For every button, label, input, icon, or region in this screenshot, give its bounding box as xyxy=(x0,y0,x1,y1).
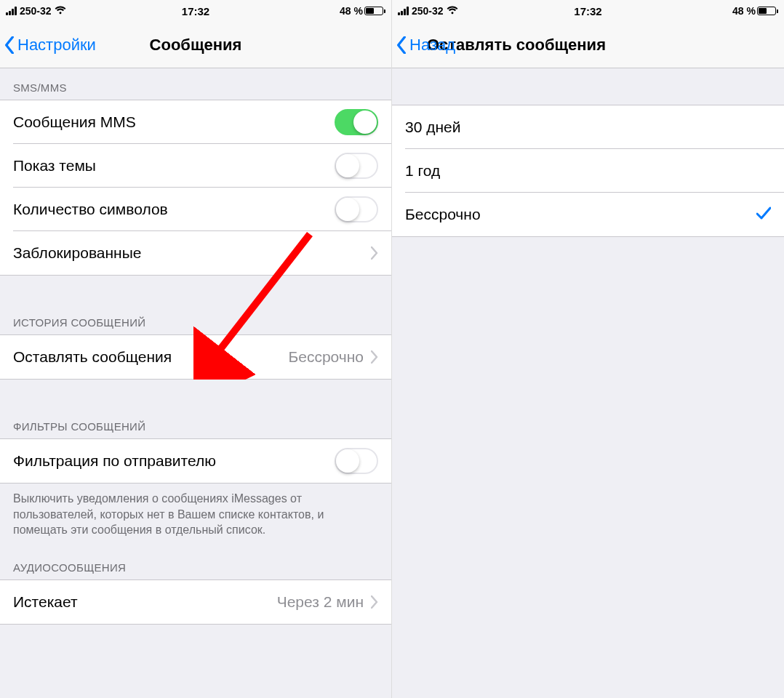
row-filter-sender[interactable]: Фильтрация по отправителю xyxy=(0,439,391,483)
toggle-subject[interactable] xyxy=(335,153,378,179)
chevron-right-icon xyxy=(371,350,378,364)
section-header-audio: АУДИОСООБЩЕНИЯ xyxy=(0,544,391,579)
row-label: Заблокированные xyxy=(13,244,371,262)
row-label: Количество символов xyxy=(13,201,335,218)
row-blocked[interactable]: Заблокированные xyxy=(0,231,391,275)
battery-icon xyxy=(364,7,385,15)
clock: 17:32 xyxy=(182,5,209,17)
option-label: Бессрочно xyxy=(405,206,756,223)
section-header-sms: SMS/MMS xyxy=(0,68,391,100)
carrier-label: 250-32 xyxy=(412,5,444,17)
chevron-right-icon xyxy=(371,595,378,609)
row-value: Через 2 мин xyxy=(277,593,364,611)
status-bar: 250-32 17:32 48 % xyxy=(392,0,784,22)
nav-bar: Назад Оставлять сообщения xyxy=(392,22,784,68)
carrier-label: 250-32 xyxy=(20,5,52,17)
section-header-history: ИСТОРИЯ СООБЩЕНИЙ xyxy=(0,276,391,334)
back-button[interactable]: Настройки xyxy=(4,36,96,55)
wifi-icon xyxy=(447,5,458,17)
row-charcount[interactable]: Количество символов xyxy=(0,188,391,231)
chevron-right-icon xyxy=(371,246,378,260)
toggle-charcount[interactable] xyxy=(335,196,378,222)
settings-messages-screen: 250-32 17:32 48 % Настройки Сообщения SM… xyxy=(0,0,392,698)
nav-bar: Настройки Сообщения xyxy=(0,22,391,68)
toggle-mms[interactable] xyxy=(335,109,378,135)
option-30-days[interactable]: 30 дней xyxy=(392,105,784,149)
sms-group: Сообщения MMS Показ темы Количество симв… xyxy=(0,100,391,276)
row-label: Фильтрация по отправителю xyxy=(13,452,335,470)
row-label: Сообщения MMS xyxy=(13,113,335,131)
signal-icon xyxy=(6,7,17,15)
checkmark-icon xyxy=(756,206,771,223)
option-1-year[interactable]: 1 год xyxy=(392,149,784,193)
back-label: Настройки xyxy=(17,36,96,55)
options-group: 30 дней 1 год Бессрочно xyxy=(392,105,784,237)
filter-group: Фильтрация по отправителю xyxy=(0,438,391,484)
history-group: Оставлять сообщения Бессрочно xyxy=(0,334,391,380)
row-expire[interactable]: Истекает Через 2 мин xyxy=(0,580,391,624)
option-label: 1 год xyxy=(405,162,771,180)
row-label: Истекает xyxy=(13,593,277,611)
row-subject[interactable]: Показ темы xyxy=(0,144,391,188)
clock: 17:32 xyxy=(574,5,601,17)
row-label: Оставлять сообщения xyxy=(13,348,288,366)
battery-percent: 48 % xyxy=(340,5,363,17)
option-forever[interactable]: Бессрочно xyxy=(392,193,784,236)
row-mms[interactable]: Сообщения MMS xyxy=(0,100,391,144)
keep-messages-screen: 250-32 17:32 48 % Назад Оставлять сообще… xyxy=(392,0,784,698)
row-value: Бессрочно xyxy=(288,348,364,366)
section-header-filters: ФИЛЬТРЫ СООБЩЕНИЙ xyxy=(0,380,391,438)
back-label: Назад xyxy=(409,36,455,55)
wifi-icon xyxy=(55,5,66,17)
back-button[interactable]: Назад xyxy=(396,36,455,55)
page-title: Сообщения xyxy=(150,36,242,55)
row-keep-messages[interactable]: Оставлять сообщения Бессрочно xyxy=(0,335,391,379)
toggle-filter[interactable] xyxy=(335,448,378,474)
status-bar: 250-32 17:32 48 % xyxy=(0,0,391,22)
audio-group: Истекает Через 2 мин xyxy=(0,579,391,625)
filter-footer-text: Выключить уведомления о сообщениях iMess… xyxy=(0,484,391,544)
row-label: Показ темы xyxy=(13,157,335,174)
battery-percent: 48 % xyxy=(732,5,756,17)
signal-icon xyxy=(398,7,409,15)
option-label: 30 дней xyxy=(405,119,771,136)
battery-icon xyxy=(757,7,778,15)
